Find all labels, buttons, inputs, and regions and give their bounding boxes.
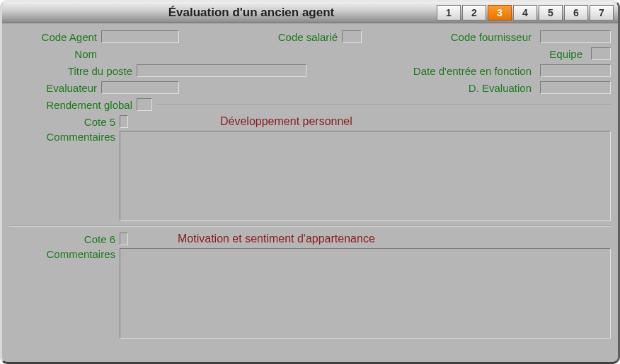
field-date-entree[interactable] bbox=[540, 64, 611, 77]
page-btn-6[interactable]: 6 bbox=[564, 5, 588, 20]
field-code-fournisseur[interactable] bbox=[540, 30, 611, 43]
label-nom: Nom bbox=[9, 48, 101, 60]
page-btn-1[interactable]: 1 bbox=[437, 5, 461, 20]
section-title-motivation: Motivation et sentiment d'appartenance bbox=[178, 233, 375, 245]
label-titre-poste: Titre du poste bbox=[9, 65, 137, 77]
section-title-dev-personnel: Développement personnel bbox=[220, 115, 352, 128]
pager: 1 2 3 4 5 6 7 bbox=[437, 5, 618, 20]
label-cote6: Cote 6 bbox=[9, 233, 120, 245]
field-equipe[interactable] bbox=[591, 47, 611, 60]
label-evaluateur: Evaluateur bbox=[9, 82, 101, 94]
label-date-entree: Date d'entrée en fonction bbox=[413, 65, 536, 77]
label-cote5: Cote 5 bbox=[9, 116, 120, 128]
titlebar: Évaluation d'un ancien agent 1 2 3 4 5 6… bbox=[2, 2, 618, 23]
field-titre-poste[interactable] bbox=[137, 64, 306, 77]
page-btn-4[interactable]: 4 bbox=[513, 5, 537, 20]
label-commentaires5: Commentaires bbox=[9, 131, 120, 143]
page-btn-5[interactable]: 5 bbox=[539, 5, 563, 20]
window-frame: Évaluation d'un ancien agent 1 2 3 4 5 6… bbox=[0, 0, 620, 364]
field-d-evaluation[interactable] bbox=[540, 81, 611, 94]
field-rendement[interactable] bbox=[137, 98, 152, 111]
field-code-agent[interactable] bbox=[101, 30, 179, 43]
label-code-salarie: Code salarié bbox=[222, 31, 342, 43]
textarea-commentaires5[interactable] bbox=[120, 131, 611, 221]
field-cote6[interactable] bbox=[120, 233, 128, 245]
divider bbox=[9, 225, 611, 227]
label-code-fournisseur: Code fournisseur bbox=[451, 31, 536, 43]
label-equipe: Equipe bbox=[549, 48, 587, 60]
textarea-commentaires6[interactable] bbox=[120, 248, 611, 339]
label-commentaires6: Commentaires bbox=[9, 248, 120, 260]
window-title: Évaluation d'un ancien agent bbox=[2, 6, 437, 20]
separator-line bbox=[156, 104, 611, 105]
page-btn-3[interactable]: 3 bbox=[488, 5, 512, 20]
form-body: Code Agent Code salarié Code fournisseur… bbox=[2, 23, 618, 362]
label-d-evaluation: D. Evaluation bbox=[469, 82, 536, 94]
label-rendement: Rendement global bbox=[9, 99, 137, 111]
field-evaluateur[interactable] bbox=[101, 81, 179, 94]
field-code-salarie[interactable] bbox=[342, 30, 362, 43]
page-btn-2[interactable]: 2 bbox=[462, 5, 486, 20]
label-code-agent: Code Agent bbox=[9, 31, 101, 43]
page-btn-7[interactable]: 7 bbox=[590, 5, 614, 20]
field-cote5[interactable] bbox=[120, 115, 128, 128]
